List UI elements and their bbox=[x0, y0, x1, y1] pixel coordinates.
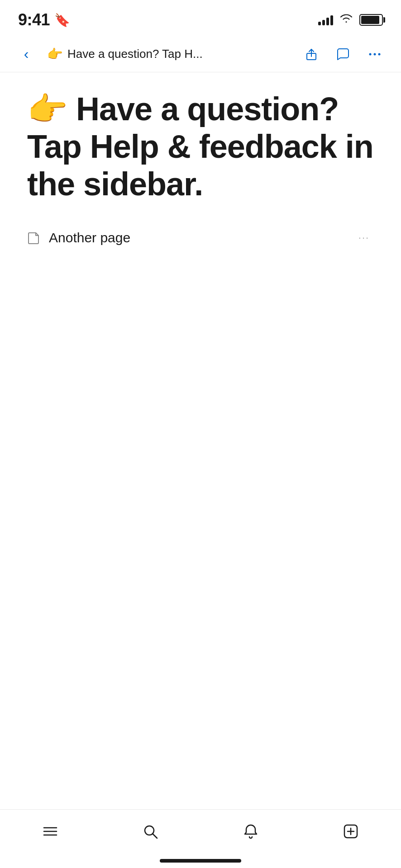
nav-title-area: 👉 Have a question? Tap H... bbox=[47, 47, 291, 61]
back-arrow-icon: ‹ bbox=[24, 46, 29, 62]
page-title: 👉 Have a question? Tap Help & feedback i… bbox=[27, 90, 374, 203]
main-content: 👉 Have a question? Tap Help & feedback i… bbox=[0, 72, 401, 269]
search-icon bbox=[142, 823, 158, 840]
tab-menu[interactable] bbox=[32, 818, 68, 845]
nav-bar: ‹ 👉 Have a question? Tap H... bbox=[0, 36, 401, 72]
document-icon bbox=[27, 231, 41, 245]
back-button[interactable]: ‹ bbox=[14, 42, 38, 66]
more-options-button[interactable] bbox=[363, 42, 387, 66]
svg-point-2 bbox=[369, 53, 372, 55]
add-icon bbox=[343, 823, 359, 840]
comment-button[interactable] bbox=[331, 42, 355, 66]
another-page-item[interactable]: Another page ··· bbox=[27, 224, 374, 251]
sub-page-more-button[interactable]: ··· bbox=[354, 228, 374, 248]
status-bar: 9:41 🔖 bbox=[0, 0, 401, 36]
tab-notifications[interactable] bbox=[233, 818, 269, 845]
signal-bars-icon bbox=[318, 14, 333, 25]
wifi-icon bbox=[339, 13, 353, 27]
three-dots-icon: ··· bbox=[358, 232, 369, 244]
svg-point-4 bbox=[378, 53, 381, 55]
sub-page-title: Another page bbox=[49, 230, 130, 245]
tab-search[interactable] bbox=[132, 818, 168, 845]
nav-actions bbox=[300, 42, 387, 66]
tab-add[interactable] bbox=[333, 818, 369, 845]
nav-title-text: Have a question? Tap H... bbox=[67, 47, 203, 61]
status-left: 9:41 🔖 bbox=[18, 10, 70, 29]
battery-icon bbox=[359, 14, 383, 26]
sub-page-left: Another page bbox=[27, 230, 130, 245]
status-time: 9:41 bbox=[18, 10, 50, 29]
bookmark-icon: 🔖 bbox=[54, 13, 70, 28]
bell-icon bbox=[243, 823, 259, 840]
nav-title-emoji: 👉 bbox=[47, 47, 63, 61]
svg-point-3 bbox=[374, 53, 376, 55]
status-right bbox=[318, 13, 383, 27]
svg-line-9 bbox=[153, 834, 157, 838]
home-indicator bbox=[160, 859, 241, 863]
share-button[interactable] bbox=[300, 42, 323, 66]
page-title-emoji: 👉 bbox=[27, 91, 67, 127]
menu-icon bbox=[42, 823, 58, 840]
